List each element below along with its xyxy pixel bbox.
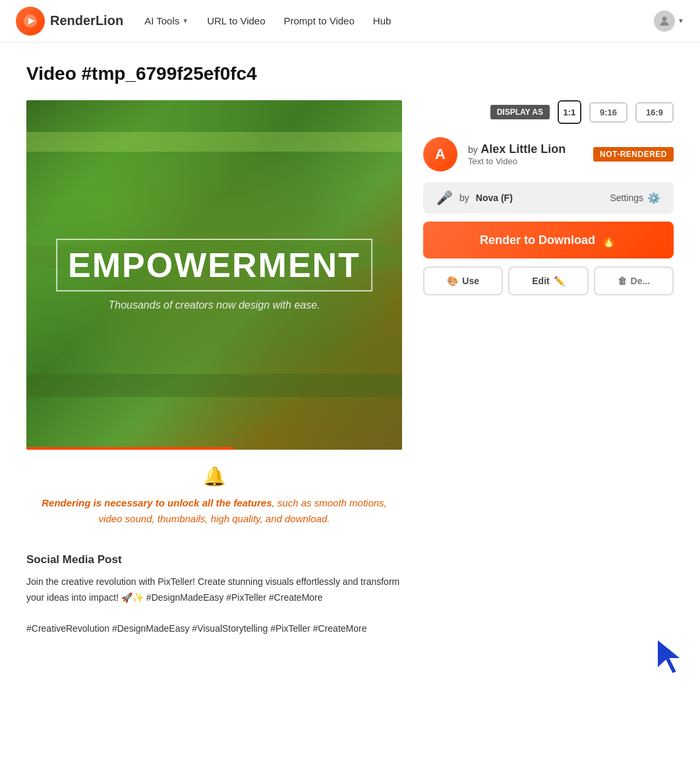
delete-button[interactable]: 🗑 De...: [594, 266, 674, 295]
aspect-btn-9-16[interactable]: 9:16: [589, 102, 627, 123]
bell-icon: 🔔: [37, 466, 392, 487]
nav-link-ai-tools[interactable]: AI Tools ▼: [144, 15, 189, 26]
voice-name: Nova (F): [476, 193, 513, 203]
render-button-label: Render to Download: [480, 233, 595, 247]
nav-link-url-to-video[interactable]: URL to Video: [207, 15, 265, 26]
social-section: Social Media Post Join the creative revo…: [26, 543, 402, 648]
voice-row: 🎤 by Nova (F) Settings ⚙️: [423, 182, 674, 214]
social-post-title: Social Media Post: [26, 553, 402, 566]
right-panel: DISPLAY AS 1:1 9:16 16:9 A by Alex Littl…: [423, 100, 674, 295]
gear-icon: ⚙️: [647, 192, 660, 204]
video-stripe-bot: [26, 374, 402, 397]
aspect-btn-1-1[interactable]: 1:1: [558, 100, 581, 124]
logo-icon: [16, 7, 45, 36]
video-sub-text: Thousands of creators now design with ea…: [56, 299, 372, 311]
author-type: Text to Video: [468, 156, 583, 166]
navbar: RenderLion AI Tools ▼ URL to Video Promp…: [0, 0, 700, 42]
main-content: Video #tmp_6799f25ef0fc4 EMPOWERMENT Tho…: [0, 42, 700, 669]
nav-link-hub[interactable]: Hub: [373, 15, 392, 26]
svg-point-2: [662, 16, 667, 21]
edit-button[interactable]: Edit ✏️: [508, 266, 588, 295]
nav-link-prompt-to-video[interactable]: Prompt to Video: [284, 15, 355, 26]
use-button[interactable]: 🎨 Use: [423, 266, 503, 295]
render-notice-text: Rendering is necessary to unlock all the…: [37, 495, 392, 527]
logo-text: RenderLion: [50, 13, 123, 28]
settings-label: Settings: [610, 193, 643, 203]
video-stripe-top: [26, 132, 402, 152]
video-progress-bar: [26, 447, 233, 450]
render-button[interactable]: Render to Download 🔥: [423, 222, 674, 258]
content-layout: EMPOWERMENT Thousands of creators now de…: [26, 100, 674, 648]
aspect-btn-16-9[interactable]: 16:9: [635, 102, 674, 123]
author-avatar: A: [423, 137, 457, 171]
use-label: Use: [462, 276, 479, 286]
left-panel: EMPOWERMENT Thousands of creators now de…: [26, 100, 402, 648]
render-notice-bold: Rendering is necessary to unlock all the…: [42, 497, 272, 508]
nav-links: AI Tools ▼ URL to Video Prompt to Video …: [144, 15, 391, 26]
author-by-label: by: [468, 144, 478, 155]
author-card: A by Alex Little Lion Text to Video NOT-…: [423, 137, 674, 171]
delete-label: De...: [631, 276, 651, 286]
social-post-text: Join the creative revolution with PixTel…: [26, 574, 402, 637]
author-by-name: by Alex Little Lion: [468, 142, 583, 156]
display-as-row: DISPLAY AS 1:1 9:16 16:9: [423, 100, 674, 124]
voice-left: 🎤 by Nova (F): [436, 190, 513, 206]
navbar-right: ▼: [654, 11, 684, 32]
logo[interactable]: RenderLion: [16, 7, 123, 36]
page-title: Video #tmp_6799f25ef0fc4: [26, 63, 674, 84]
user-dropdown-arrow: ▼: [678, 17, 684, 24]
action-buttons: 🎨 Use Edit ✏️ 🗑 De...: [423, 266, 674, 295]
video-preview: EMPOWERMENT Thousands of creators now de…: [26, 100, 402, 450]
author-info: by Alex Little Lion Text to Video: [468, 142, 583, 166]
palette-icon: 🎨: [447, 276, 458, 286]
user-menu-button[interactable]: ▼: [654, 11, 684, 32]
video-text-block: EMPOWERMENT Thousands of creators now de…: [56, 239, 372, 311]
not-rendered-badge: NOT-RENDERED: [593, 147, 674, 162]
edit-icon: ✏️: [554, 276, 565, 286]
render-notice: 🔔 Rendering is necessary to unlock all t…: [26, 450, 402, 543]
voice-by-label: by: [459, 193, 469, 203]
display-as-label: DISPLAY AS: [490, 105, 550, 119]
edit-label: Edit: [532, 276, 549, 286]
video-main-text: EMPOWERMENT: [56, 239, 372, 291]
settings-button[interactable]: Settings ⚙️: [610, 192, 660, 204]
fire-icon: 🔥: [600, 232, 617, 248]
mic-icon: 🎤: [436, 190, 453, 206]
user-avatar: [654, 11, 675, 32]
navbar-left: RenderLion AI Tools ▼ URL to Video Promp…: [16, 7, 391, 36]
dropdown-arrow-ai-tools: ▼: [182, 17, 189, 24]
author-name: Alex Little Lion: [481, 142, 566, 156]
trash-icon: 🗑: [618, 276, 627, 286]
